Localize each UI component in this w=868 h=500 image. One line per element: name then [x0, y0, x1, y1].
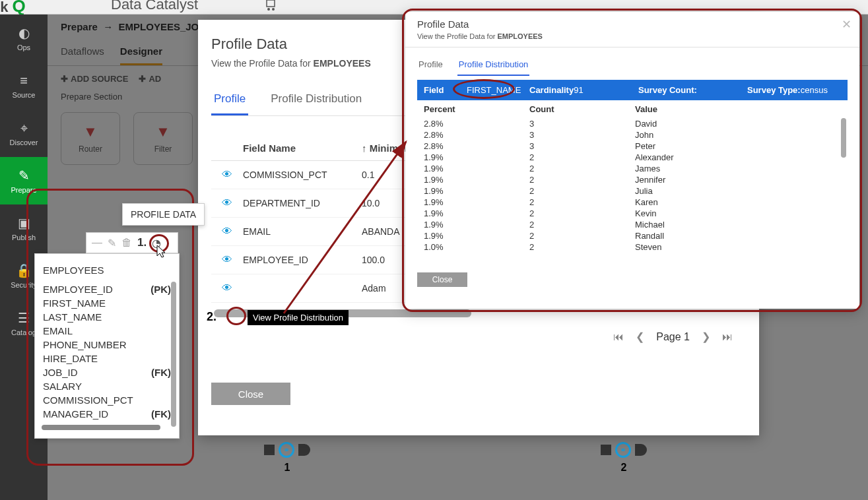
distribution-row: 1.9%2Karen: [417, 197, 848, 208]
field-name: SALARY: [43, 381, 82, 392]
lock-icon: 🔒: [16, 263, 32, 278]
vertical-scrollbar[interactable]: [171, 282, 176, 427]
pager: ⏮ ❮ Page 1 ❯ ⏭: [211, 324, 746, 350]
cart-icon[interactable]: [264, 0, 279, 15]
field-name: LAST_NAME: [43, 311, 102, 323]
link-icon: ⚭: [615, 442, 631, 458]
canvas-node-2[interactable]: ⚭ 2: [601, 442, 647, 474]
field-key-badge: (FK): [151, 367, 171, 378]
entity-field-row[interactable]: LAST_NAME: [43, 310, 171, 324]
field-name: JOB_ID: [43, 367, 78, 378]
distribution-row: 1.9%2Julia: [417, 185, 848, 197]
tab-profile[interactable]: Profile: [211, 84, 248, 115]
distribution-row: 2.8%3John: [417, 129, 848, 141]
page-label: Page 1: [656, 331, 690, 343]
dash-icon[interactable]: —: [92, 237, 102, 249]
first-page-icon[interactable]: ⏮: [613, 331, 624, 343]
sidebar-item-ops[interactable]: ◐Ops: [0, 15, 48, 62]
sidebar-item-discover[interactable]: ⌖Discover: [0, 109, 48, 157]
field-name: FIRST_NAME: [43, 297, 106, 309]
publish-icon: ▣: [18, 215, 30, 231]
input-port-icon: [264, 445, 275, 455]
node-number: 1: [284, 462, 290, 474]
field-name: PHONE_NUMBER: [43, 339, 127, 350]
col-value: Value: [635, 104, 841, 114]
next-page-icon[interactable]: ❯: [702, 330, 710, 343]
svg-point-2: [272, 8, 275, 11]
entity-field-row[interactable]: FIRST_NAME: [43, 296, 171, 310]
field-name: COMMISSION_PCT: [43, 394, 133, 406]
distribution-row: 1.9%2Jennifer: [417, 174, 848, 185]
distribution-body: 2.8%3David2.8%3John2.8%3Peter1.9%2Alexan…: [417, 118, 848, 253]
tab-profile[interactable]: Profile: [417, 54, 444, 76]
link-icon: ⚭: [279, 442, 294, 458]
last-page-icon[interactable]: ⏭: [722, 331, 733, 343]
field-key-badge: (PK): [150, 284, 171, 295]
distribution-header: Percent Count Value: [417, 100, 848, 118]
output-port-icon: [298, 444, 310, 456]
distribution-row: 1.9%2Kevin: [417, 208, 848, 219]
modal2-title: Profile Data: [417, 18, 848, 30]
eye-icon[interactable]: 👁: [222, 197, 232, 208]
field-name: HIRE_DATE: [43, 353, 98, 364]
entity-field-row[interactable]: JOB_ID(FK): [43, 365, 171, 379]
entity-field-row[interactable]: HIRE_DATE: [43, 352, 171, 365]
distribution-row: 2.8%3David: [417, 118, 848, 129]
output-port-icon: [635, 444, 647, 456]
cursor-icon: [156, 244, 169, 262]
field-value: FIRST_NAME: [467, 85, 529, 95]
col-field-name[interactable]: Field Name: [243, 142, 362, 154]
entity-name: EMPLOYEES: [35, 261, 179, 282]
canvas-node-1[interactable]: ⚭ 1: [264, 442, 310, 474]
gauge-icon: ◐: [18, 25, 30, 41]
eye-icon[interactable]: 👁: [222, 226, 232, 237]
horizontal-scrollbar[interactable]: [42, 425, 160, 430]
trash-icon[interactable]: 🗑: [121, 237, 132, 249]
modal2-tabs: Profile Profile Distribution: [417, 54, 848, 76]
entity-fields-popup: EMPLOYEES EMPLOYEE_ID(PK)FIRST_NAMELAST_…: [34, 253, 180, 439]
entity-field-row[interactable]: COMMISSION_PCT: [43, 393, 171, 407]
profile-distribution-modal: ✕ Profile Data View the Profile Data for…: [405, 12, 859, 309]
col-percent: Percent: [424, 104, 529, 114]
sidebar-item-prepare[interactable]: ✎Prepare: [0, 157, 48, 204]
field-name: EMPLOYEE_ID: [43, 284, 113, 295]
field-name: EMAIL: [43, 325, 73, 336]
distribution-row: 1.9%2Alexander: [417, 152, 848, 163]
node-number: 2: [621, 462, 627, 474]
tab-profile-distribution[interactable]: Profile Distribution: [268, 84, 364, 115]
prev-page-icon[interactable]: ❮: [636, 330, 644, 343]
close-icon[interactable]: ✕: [842, 17, 851, 32]
entity-field-row[interactable]: EMPLOYEE_ID(PK): [43, 282, 171, 296]
profile-data-tooltip: PROFILE DATA: [122, 203, 205, 226]
close-button[interactable]: Close: [417, 272, 467, 287]
entity-fields-list: EMPLOYEE_ID(PK)FIRST_NAMELAST_NAMEEMAILP…: [35, 282, 179, 421]
distribution-row: 1.0%2Steven: [417, 241, 848, 253]
svg-point-1: [267, 8, 270, 11]
input-port-icon: [601, 445, 611, 455]
eye-icon[interactable]: 👁: [222, 254, 232, 265]
entity-field-row[interactable]: EMAIL: [43, 324, 171, 338]
eye-icon[interactable]: 👁: [222, 282, 232, 294]
edit-icon: ✎: [18, 168, 30, 183]
distribution-row: 1.9%2Randall: [417, 230, 848, 241]
eye-icon[interactable]: 👁: [222, 169, 232, 180]
pencil-icon[interactable]: ✎: [108, 237, 116, 249]
app-title: Data Catalyst: [111, 0, 198, 13]
step-1-label: 1.: [137, 236, 147, 249]
view-profile-distribution-tooltip: View Profile Distribution: [248, 310, 349, 325]
entity-field-row[interactable]: SALARY: [43, 379, 171, 393]
canvas-nodes: ⚭ 1 ⚭ 2: [264, 442, 647, 474]
sidebar-item-publish[interactable]: ▣Publish: [0, 204, 48, 252]
field-name: MANAGER_ID: [43, 408, 108, 420]
divider: [405, 47, 859, 47]
entity-field-row[interactable]: MANAGER_ID(FK): [43, 407, 171, 421]
close-button[interactable]: Close: [211, 383, 290, 405]
list-icon: ☰: [18, 310, 30, 326]
distribution-row: 2.8%3Peter: [417, 141, 848, 152]
modal2-subtitle: View the Profile Data for EMPLOYEES: [417, 32, 848, 40]
entity-field-row[interactable]: PHONE_NUMBER: [43, 338, 171, 352]
vertical-scrollbar[interactable]: [841, 118, 846, 158]
distribution-row: 1.9%2Michael: [417, 219, 848, 230]
tab-profile-distribution[interactable]: Profile Distribution: [457, 54, 530, 76]
sidebar-item-source[interactable]: ≡Source: [0, 62, 48, 109]
